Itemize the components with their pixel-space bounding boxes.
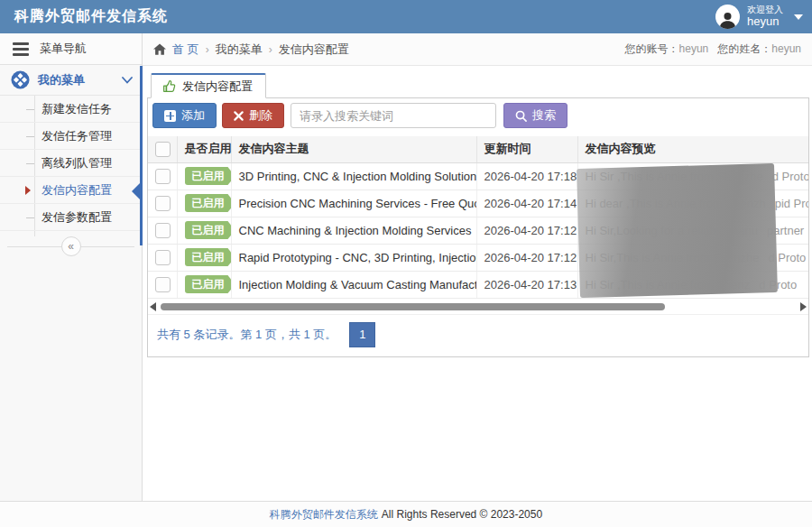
subject-cell: Rapid Prototyping - CNC, 3D Printing, In… [231, 244, 476, 271]
name-value: heyun [771, 42, 801, 55]
header-time: 更新时间 [476, 136, 577, 162]
sidebar-item-new-send-task[interactable]: 新建发信任务 [0, 96, 142, 123]
tab-label: 发信内容配置 [182, 79, 253, 95]
account-value: heyun [679, 42, 709, 55]
main-content: 首 页 › 我的菜单 › 发信内容配置 您的账号：heyun 您的姓名：heyu… [143, 33, 812, 501]
search-button[interactable]: 搜索 [503, 103, 567, 128]
row-checkbox[interactable] [155, 250, 171, 265]
delete-button-label: 删除 [249, 107, 272, 124]
person-icon [718, 10, 737, 29]
table-container: 是否启用 发信内容主题 更新时间 发信内容预览 已启用 3D Printing,… [148, 136, 808, 299]
table-header-row: 是否启用 发信内容主题 更新时间 发信内容预览 [148, 136, 808, 162]
subject-cell: Injection Molding & Vacuum Casting Manuf… [231, 271, 476, 298]
breadcrumb-separator: › [269, 43, 272, 56]
delete-button[interactable]: 删除 [222, 103, 284, 128]
sidebar: 菜单导航 我的菜单 新建发信任务 发信任务管理 离线列队管理 发信 [0, 33, 143, 501]
app-title: 科腾外贸邮件发信系统 [14, 7, 168, 26]
breadcrumb-level2: 我的菜单 [216, 42, 263, 58]
subject-cell: Precision CNC Machining Services - Free … [231, 190, 476, 217]
panel-body: 添加 删除 搜索 [147, 98, 809, 357]
select-all-checkbox[interactable] [155, 142, 171, 157]
footer-rights: All Rights Reserved © 2023-2050 [382, 508, 542, 521]
search-icon [515, 110, 527, 122]
scroll-right-arrow-icon[interactable] [800, 302, 807, 311]
sidebar-collapse-button[interactable]: « [61, 236, 81, 256]
sidebar-collapse-row: « [0, 235, 142, 258]
row-checkbox[interactable] [155, 196, 171, 211]
status-badge: 已启用 [185, 248, 232, 266]
nav-title: 菜单导航 [40, 41, 87, 57]
row-checkbox[interactable] [155, 169, 171, 184]
search-button-label: 搜索 [532, 107, 556, 124]
status-badge: 已启用 [185, 167, 232, 185]
status-badge: 已启用 [185, 221, 232, 239]
pagination: 共有 5 条记录。第 1 页，共 1 页。 1 [148, 314, 808, 356]
subject-cell: 3D Printing, CNC & Injection Molding Sol… [231, 162, 476, 190]
menu-group-icon [11, 70, 30, 89]
toolbar: 添加 删除 搜索 [148, 98, 808, 133]
breadcrumb: 首 页 › 我的菜单 › 发信内容配置 [153, 42, 349, 58]
chevron-down-icon [122, 77, 133, 84]
sidebar-group-my-menu[interactable]: 我的菜单 [0, 65, 142, 96]
breadcrumb-bar: 首 页 › 我的菜单 › 发信内容配置 您的账号：heyun 您的姓名：heyu… [143, 33, 812, 66]
name-label: 您的姓名： [717, 42, 771, 55]
time-cell: 2026-04-20 17:18:48 [476, 162, 577, 190]
account-info: 您的账号：heyun 您的姓名：heyun [625, 42, 801, 57]
row-checkbox[interactable] [155, 223, 171, 238]
header-status: 是否启用 [177, 136, 231, 162]
thumbs-up-icon [162, 79, 176, 93]
user-text: 欢迎登入 heyun [747, 5, 783, 28]
user-avatar-icon [715, 5, 740, 29]
tab-bar: 发信内容配置 [147, 73, 809, 98]
sidebar-item-offline-queue-manage[interactable]: 离线列队管理 [0, 150, 142, 177]
pagination-summary: 共有 5 条记录。第 1 页，共 1 页。 [157, 327, 337, 343]
row-checkbox[interactable] [155, 277, 171, 292]
user-menu[interactable]: 欢迎登入 heyun [715, 5, 803, 29]
app-window: 科腾外贸邮件发信系统 欢迎登入 heyun 菜单导航 [0, 0, 812, 527]
account-label: 您的账号： [625, 42, 679, 55]
scrollbar-thumb[interactable] [161, 303, 665, 310]
status-badge: 已启用 [185, 275, 232, 293]
header-checkbox-cell [148, 136, 177, 162]
scroll-left-arrow-icon[interactable] [150, 302, 156, 311]
time-cell: 2026-04-20 17:13:04 [476, 271, 577, 298]
breadcrumb-separator: › [206, 43, 209, 56]
header-subject: 发信内容主题 [231, 136, 476, 162]
content-panel: 发信内容配置 添加 删除 [147, 73, 809, 357]
tab-send-content-config[interactable]: 发信内容配置 [151, 73, 266, 98]
time-cell: 2026-04-20 17:12:10 [476, 217, 577, 244]
home-icon [153, 43, 166, 55]
add-button[interactable]: 添加 [152, 103, 217, 128]
scrollbar-track[interactable] [159, 302, 798, 311]
menu-group-label: 我的菜单 [38, 72, 114, 88]
add-button-label: 添加 [181, 107, 205, 124]
redaction-overlay [577, 163, 778, 298]
sidebar-submenu: 新建发信任务 发信任务管理 离线列队管理 发信内容配置 发信参数配置 « [0, 96, 142, 258]
username-label: heyun [747, 15, 783, 29]
sidebar-item-send-task-manage[interactable]: 发信任务管理 [0, 123, 142, 150]
status-badge: 已启用 [185, 194, 232, 212]
header-preview: 发信内容预览 [577, 136, 808, 162]
hamburger-icon[interactable] [13, 42, 29, 56]
x-icon [234, 111, 244, 121]
sidebar-item-send-content-config[interactable]: 发信内容配置 [0, 177, 142, 204]
time-cell: 2026-04-20 17:12:34 [476, 244, 577, 271]
active-edge-arrow-icon [132, 183, 140, 199]
chevron-down-icon [794, 14, 803, 20]
sidebar-item-send-param-config[interactable]: 发信参数配置 [0, 204, 142, 231]
footer: 科腾外贸邮件发信系统 All Rights Reserved © 2023-20… [0, 501, 812, 527]
search-input[interactable] [291, 103, 496, 128]
page-1-button[interactable]: 1 [349, 322, 375, 347]
time-cell: 2026-04-20 17:14:39 [476, 190, 577, 217]
subject-cell: CNC Machining & Injection Molding Servic… [231, 217, 476, 244]
sidebar-nav-header: 菜单导航 [0, 33, 142, 65]
plus-icon [164, 110, 176, 122]
breadcrumb-home[interactable]: 首 页 [172, 42, 199, 58]
footer-brand-link[interactable]: 科腾外贸邮件发信系统 [270, 507, 378, 522]
top-header: 科腾外贸邮件发信系统 欢迎登入 heyun [0, 0, 812, 33]
breadcrumb-level3: 发信内容配置 [279, 42, 349, 58]
horizontal-scrollbar [150, 300, 807, 314]
